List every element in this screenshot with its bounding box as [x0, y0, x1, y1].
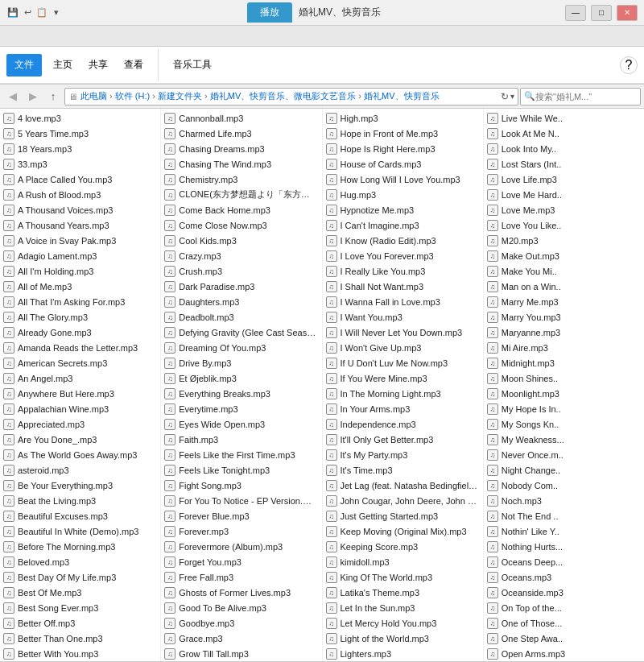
list-item[interactable]: ♫Man on a Win.. — [484, 279, 644, 294]
list-item[interactable]: ♫Eyes Wide Open.mp3 — [161, 416, 321, 432]
help-icon[interactable]: ? — [620, 56, 638, 74]
list-item[interactable]: ♫Best Day Of My Life.mp3 — [0, 569, 160, 585]
list-item[interactable]: ♫Open Arms.mp3 — [484, 646, 644, 661]
path-folder1[interactable]: 新建文件夹 — [158, 91, 202, 101]
list-item[interactable]: ♫Cannonball.mp3 — [161, 110, 321, 126]
ribbon-home-tab[interactable]: 主页 — [48, 56, 77, 73]
close-button[interactable]: ✕ — [617, 5, 638, 21]
list-item[interactable]: ♫Already Gone.mp3 — [0, 325, 160, 340]
list-item[interactable]: ♫Better Off.mp3 — [0, 615, 160, 631]
list-item[interactable]: ♫Free Fall.mp3 — [161, 569, 321, 585]
list-item[interactable]: ♫Jet Lag (feat. Natasha Bedingfield).mp3 — [323, 478, 483, 493]
list-item[interactable]: ♫Faith.mp3 — [161, 432, 321, 447]
list-item[interactable]: ♫Daughters.mp3 — [161, 294, 321, 309]
list-item[interactable]: ♫Love You Like.. — [484, 217, 644, 233]
list-item[interactable]: ♫M20.mp3 — [484, 233, 644, 248]
back-button[interactable]: ◀ — [3, 87, 23, 106]
path-folder2[interactable]: 婚礼MV、快剪音乐、微电影文艺音乐 — [210, 91, 357, 101]
list-item[interactable]: ♫Crush.mp3 — [161, 263, 321, 279]
list-item[interactable]: ♫One Step Awa.. — [484, 631, 644, 646]
list-item[interactable]: ♫Lost Stars (Int.. — [484, 156, 644, 172]
list-item[interactable]: ♫Nothing Hurts... — [484, 539, 644, 554]
list-item[interactable]: ♫Night Change.. — [484, 462, 644, 478]
path-folder3[interactable]: 婚礼MV、快剪音乐 — [364, 91, 440, 101]
list-item[interactable]: ♫Mi Aire.mp3 — [484, 340, 644, 355]
list-item[interactable]: ♫Marry Me.mp3 — [484, 294, 644, 309]
list-item[interactable]: ♫asteroid.mp3 — [0, 462, 160, 478]
list-item[interactable]: ♫Hope in Front of Me.mp3 — [323, 126, 483, 141]
list-item[interactable]: ♫On Top of the... — [484, 600, 644, 615]
list-item[interactable]: ♫One of Those... — [484, 615, 644, 631]
list-item[interactable]: ♫Best Song Ever.mp3 — [0, 600, 160, 615]
list-item[interactable]: ♫I Want You.mp3 — [323, 309, 483, 325]
list-item[interactable]: ♫Marry You.mp3 — [484, 309, 644, 325]
list-item[interactable]: ♫Feels Like Tonight.mp3 — [161, 462, 321, 478]
list-item[interactable]: ♫Cool Kids.mp3 — [161, 233, 321, 248]
list-item[interactable]: ♫A Thousand Voices.mp3 — [0, 202, 160, 217]
list-item[interactable]: ♫Beloved.mp3 — [0, 554, 160, 569]
list-item[interactable]: ♫Love Me.mp3 — [484, 202, 644, 217]
list-item[interactable]: ♫Better Than One.mp3 — [0, 631, 160, 646]
list-item[interactable]: ♫Never Once.m.. — [484, 447, 644, 462]
list-item[interactable]: ♫All That I'm Asking For.mp3 — [0, 294, 160, 309]
list-item[interactable]: ♫Anywhere But Here.mp3 — [0, 386, 160, 401]
list-item[interactable]: ♫Keep Moving (Original Mix).mp3 — [323, 523, 483, 539]
list-item[interactable]: ♫Oceans.mp3 — [484, 569, 644, 585]
list-item[interactable]: ♫A Place Called You.mp3 — [0, 172, 160, 187]
list-item[interactable]: ♫It's My Party.mp3 — [323, 447, 483, 462]
list-item[interactable]: ♫Hypnotize Me.mp3 — [323, 202, 483, 217]
list-item[interactable]: ♫Crazy.mp3 — [161, 248, 321, 263]
undo-icon[interactable]: ↩ — [21, 6, 34, 19]
list-item[interactable]: ♫Beautiful In White (Demo).mp3 — [0, 523, 160, 539]
list-item[interactable]: ♫Forever Blue.mp3 — [161, 508, 321, 523]
list-item[interactable]: ♫Chemistry.mp3 — [161, 172, 321, 187]
path-computer[interactable]: 此电脑 — [80, 91, 107, 101]
list-item[interactable]: ♫I Won't Give Up.mp3 — [323, 340, 483, 355]
list-item[interactable]: ♫My Weakness... — [484, 432, 644, 447]
list-item[interactable]: ♫Latika's Theme.mp3 — [323, 585, 483, 600]
list-item[interactable]: ♫Make You Mi.. — [484, 263, 644, 279]
list-item[interactable]: ♫kimidoll.mp3 — [323, 554, 483, 569]
list-item[interactable]: ♫Maryanne.mp3 — [484, 325, 644, 340]
up-button[interactable]: ↑ — [43, 87, 63, 106]
list-item[interactable]: ♫Look At Me N.. — [484, 126, 644, 141]
list-item[interactable]: ♫Dark Paradise.mp3 — [161, 279, 321, 294]
list-item[interactable]: ♫Live While We.. — [484, 110, 644, 126]
list-item[interactable]: ♫Ghosts of Former Lives.mp3 — [161, 585, 321, 600]
list-item[interactable]: ♫Grow Till Tall.mp3 — [161, 646, 321, 661]
list-item[interactable]: ♫Come Back Home.mp3 — [161, 202, 321, 217]
list-item[interactable]: ♫American Secrets.mp3 — [0, 355, 160, 370]
list-item[interactable]: ♫I Know (Radio Edit).mp3 — [323, 233, 483, 248]
list-item[interactable]: ♫House of Cards.mp3 — [323, 156, 483, 172]
list-item[interactable]: ♫Drive By.mp3 — [161, 355, 321, 370]
list-item[interactable]: ♫Look Into My.. — [484, 141, 644, 156]
list-item[interactable]: ♫Chasing The Wind.mp3 — [161, 156, 321, 172]
list-item[interactable]: ♫Fight Song.mp3 — [161, 478, 321, 493]
list-item[interactable]: ♫I Will Never Let You Down.mp3 — [323, 325, 483, 340]
list-item[interactable]: ♫Oceanside.mp3 — [484, 585, 644, 600]
list-item[interactable]: ♫John Cougar, John Deere, John 3_16.mp3 — [323, 493, 483, 508]
maximize-button[interactable]: □ — [591, 5, 612, 21]
list-item[interactable]: ♫Come Close Now.mp3 — [161, 217, 321, 233]
list-item[interactable]: ♫Keeping Score.mp3 — [323, 539, 483, 554]
list-item[interactable]: ♫Amanda Reads the Letter.mp3 — [0, 340, 160, 355]
list-item[interactable]: ♫Grace.mp3 — [161, 631, 321, 646]
list-item[interactable]: ♫5 Years Time.mp3 — [0, 126, 160, 141]
list-item[interactable]: ♫Nobody Com.. — [484, 478, 644, 493]
ribbon-share-tab[interactable]: 共享 — [84, 56, 113, 73]
list-item[interactable]: ♫4 love.mp3 — [0, 110, 160, 126]
list-item[interactable]: ♫A Rush of Blood.mp3 — [0, 187, 160, 202]
list-item[interactable]: ♫Light of the World.mp3 — [323, 631, 483, 646]
list-item[interactable]: ♫Moonlight.mp3 — [484, 386, 644, 401]
list-item[interactable]: ♫King Of The World.mp3 — [323, 569, 483, 585]
list-item[interactable]: ♫Everytime.mp3 — [161, 401, 321, 416]
list-item[interactable]: ♫Noch.mp3 — [484, 493, 644, 508]
list-item[interactable]: ♫If U Don't Luv Me Now.mp3 — [323, 355, 483, 370]
list-item[interactable]: ♫All of Me.mp3 — [0, 279, 160, 294]
list-item[interactable]: ♫Adagio Lament.mp3 — [0, 248, 160, 263]
list-item[interactable]: ♫Independence.mp3 — [323, 416, 483, 432]
list-item[interactable]: ♫33.mp3 — [0, 156, 160, 172]
list-item[interactable]: ♫Oceans Deep... — [484, 554, 644, 569]
list-item[interactable]: ♫My Hope Is In.. — [484, 401, 644, 416]
list-item[interactable]: ♫It'll Only Get Better.mp3 — [323, 432, 483, 447]
